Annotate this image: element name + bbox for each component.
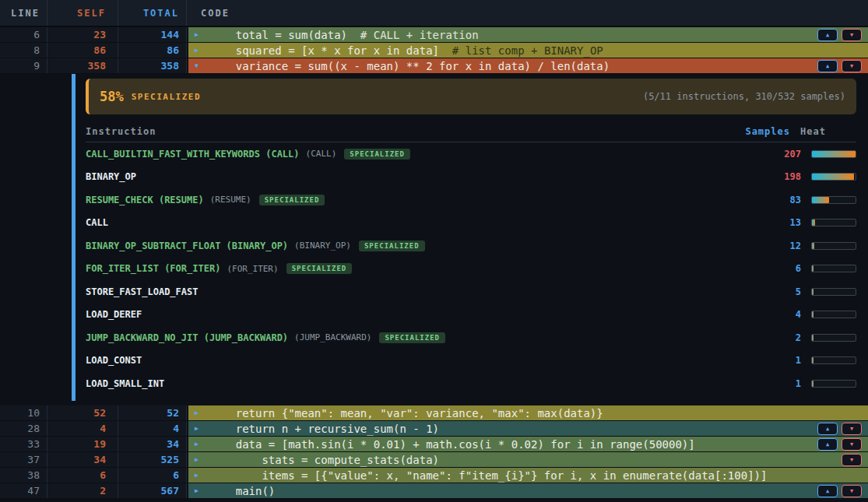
jump-down-button[interactable]: ▼ xyxy=(842,438,862,451)
column-header-instruction: Instruction xyxy=(86,126,736,137)
total-samples: 6 xyxy=(118,468,187,483)
jump-up-button[interactable]: ▲ xyxy=(817,438,838,451)
code-line-row: 33 19 34 ▶ data = [math.sin(i * 0.01) + … xyxy=(0,437,868,452)
code-line-row: 38 6 6 ▶ items = [{"value": x, "name": f… xyxy=(0,468,868,483)
line-number: 33 xyxy=(0,437,47,451)
instruction-row: RESUME_CHECK (RESUME) (RESUME) SPECIALIZ… xyxy=(86,188,856,212)
instruction-name: BINARY_OP_SUBTRACT_FLOAT (BINARY_OP) xyxy=(86,240,288,251)
code-cell[interactable]: ▶ return n + recursive_sum(n - 1) ▲▼ xyxy=(188,421,868,436)
jump-down-button[interactable]: ▼ xyxy=(842,29,862,41)
heat-bar xyxy=(811,150,856,158)
self-samples: 19 xyxy=(47,437,118,451)
code-cell[interactable]: ▶ main() ▲▼ xyxy=(188,483,868,498)
heat-bar-fill xyxy=(812,174,854,180)
code-text: main() xyxy=(209,485,275,497)
jump-down-button[interactable]: ▼ xyxy=(842,423,862,435)
code-line-row: 10 52 52 ▶ return {"mean": mean, "var": … xyxy=(0,405,868,421)
code-line-row: 6 23 144 ▶ total = sum(data) # CALL + it… xyxy=(0,27,868,43)
heat-bar-fill xyxy=(812,335,814,341)
instruction-row: LOAD_SMALL_INT 1 xyxy=(86,372,856,395)
expander-icon[interactable]: ▶ xyxy=(195,441,202,448)
heat-bar xyxy=(811,265,856,272)
line-number: 8 xyxy=(0,43,47,58)
instruction-row: BINARY_OP 198 xyxy=(86,166,856,189)
line-number: 38 xyxy=(0,468,47,483)
code-cell[interactable]: ▼ variance = sum((x - mean) ** 2 for x i… xyxy=(188,58,868,73)
total-samples: 34 xyxy=(118,437,187,451)
code-line-row: 37 34 525 ▶ stats = compute_stats(data) … xyxy=(0,452,868,468)
instruction-cell: JUMP_BACKWARD_NO_JIT (JUMP_BACKWARD) (JU… xyxy=(86,332,747,343)
column-header-line: LINE xyxy=(0,0,47,26)
instruction-cell: BINARY_OP xyxy=(86,171,747,182)
jump-down-button[interactable]: ▼ xyxy=(842,454,862,466)
jump-down-button[interactable]: ▼ xyxy=(842,485,862,497)
table-header: LINE SELF TOTAL CODE xyxy=(0,0,868,27)
column-header-total: TOTAL xyxy=(118,0,187,26)
expander-icon[interactable]: ▶ xyxy=(195,487,202,494)
instruction-row: LOAD_CONST 1 xyxy=(86,349,856,373)
instruction-samples: 4 xyxy=(747,309,801,320)
panel-gutter xyxy=(0,74,72,405)
code-text: return {"mean": mean, "var": variance, "… xyxy=(209,407,603,420)
row-buttons: ▲▼ xyxy=(817,438,862,451)
instruction-row: LOAD_DEREF 4 xyxy=(86,304,856,327)
instruction-samples: 83 xyxy=(747,195,801,205)
row-buttons: ▲▼ xyxy=(817,423,862,435)
total-samples: 525 xyxy=(118,452,187,467)
instruction-cell: STORE_FAST_LOAD_FAST xyxy=(86,286,747,297)
code-text: variance = sum((x - mean) ** 2 for x in … xyxy=(209,60,610,72)
expander-icon[interactable]: ▶ xyxy=(195,456,202,463)
heat-bar-fill xyxy=(812,357,814,363)
code-text: stats = compute_stats(data) xyxy=(209,454,439,466)
line-number: 28 xyxy=(0,421,47,436)
instruction-row: CALL 13 xyxy=(86,212,856,235)
expander-icon[interactable]: ▶ xyxy=(195,409,202,416)
self-samples: 4 xyxy=(47,421,118,436)
jump-up-button[interactable]: ▲ xyxy=(817,423,838,435)
total-samples: 86 xyxy=(118,43,187,58)
jump-up-button[interactable]: ▲ xyxy=(817,485,838,497)
instruction-samples: 1 xyxy=(747,355,801,366)
total-samples: 358 xyxy=(118,58,187,73)
column-header-samples: Samples xyxy=(736,126,790,137)
instruction-row: JUMP_BACKWARD_NO_JIT (JUMP_BACKWARD) (JU… xyxy=(86,326,856,349)
instruction-name: LOAD_DEREF xyxy=(86,309,142,320)
self-samples: 358 xyxy=(47,58,118,73)
heat-bar xyxy=(811,219,856,226)
instruction-samples: 12 xyxy=(747,240,801,251)
instruction-cell: RESUME_CHECK (RESUME) (RESUME) SPECIALIZ… xyxy=(86,195,747,205)
expander-icon[interactable]: ▶ xyxy=(195,425,202,432)
code-cell[interactable]: ▶ total = sum(data) # CALL + iteration ▲… xyxy=(188,27,868,42)
expander-icon[interactable]: ▼ xyxy=(195,62,202,69)
code-cell[interactable]: ▶ data = [math.sin(i * 0.01) + math.cos(… xyxy=(188,437,868,451)
jump-up-button[interactable]: ▲ xyxy=(817,60,838,72)
code-text: data = [math.sin(i * 0.01) + math.cos(i … xyxy=(209,438,695,451)
instruction-row: FOR_ITER_LIST (FOR_ITER) (FOR_ITER) SPEC… xyxy=(86,258,856,281)
code-cell[interactable]: ▶ stats = compute_stats(data) ▼ xyxy=(188,452,868,467)
instruction-name: RESUME_CHECK (RESUME) xyxy=(86,195,204,205)
total-samples: 52 xyxy=(118,405,187,420)
jump-down-button[interactable]: ▼ xyxy=(842,60,862,72)
code-cell[interactable]: ▶ items = [{"value": x, "name": f"item_{… xyxy=(188,468,868,483)
heat-bar xyxy=(811,356,856,364)
code-cell[interactable]: ▶ squared = [x * x for x in data] # list… xyxy=(188,43,868,58)
instruction-samples: 207 xyxy=(747,149,801,160)
column-header-code: CODE xyxy=(187,0,868,26)
instruction-row: STORE_FAST_LOAD_FAST 5 xyxy=(86,280,856,304)
instruction-name: FOR_ITER_LIST (FOR_ITER) xyxy=(86,263,220,274)
instruction-name: LOAD_CONST xyxy=(86,355,142,366)
heat-bar xyxy=(811,242,856,250)
instruction-rows: CALL_BUILTIN_FAST_WITH_KEYWORDS (CALL) (… xyxy=(86,142,856,395)
heat-bar xyxy=(811,311,856,318)
line-number: 9 xyxy=(0,58,47,73)
heat-bar-fill xyxy=(812,265,814,272)
heat-bar xyxy=(811,380,856,388)
expander-icon[interactable]: ▶ xyxy=(195,31,202,38)
code-line-row: 28 4 4 ▶ return n + recursive_sum(n - 1)… xyxy=(0,421,868,437)
instruction-name: LOAD_SMALL_INT xyxy=(86,378,164,389)
jump-up-button[interactable]: ▲ xyxy=(817,29,838,41)
expander-icon[interactable]: ▶ xyxy=(195,47,202,54)
expander-icon[interactable]: ▶ xyxy=(195,472,202,479)
self-samples: 23 xyxy=(47,27,118,42)
code-cell[interactable]: ▶ return {"mean": mean, "var": variance,… xyxy=(188,405,868,420)
